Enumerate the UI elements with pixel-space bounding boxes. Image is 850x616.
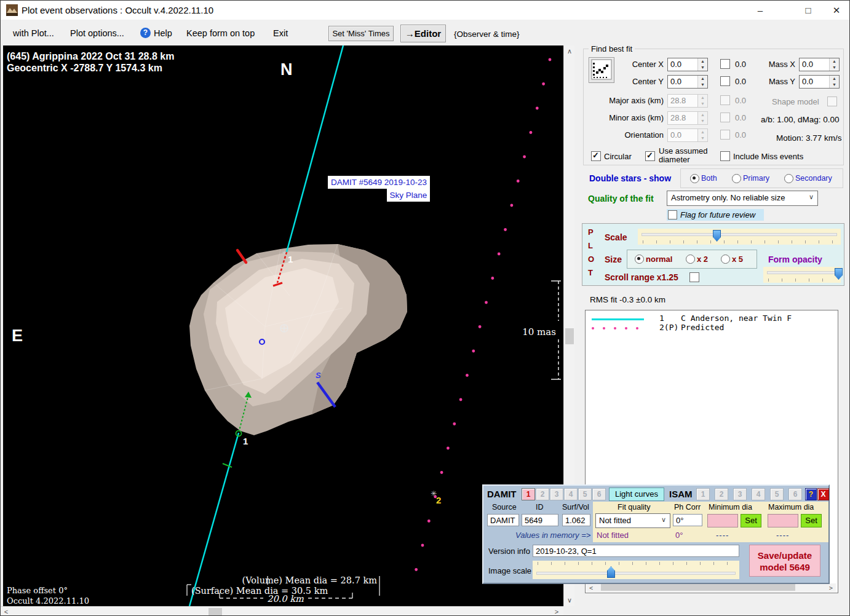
damit-model-3-button[interactable]: 3 <box>550 488 563 500</box>
chord1-entry-marker: * <box>282 249 287 261</box>
center-y-spinner[interactable]: 0.0 ▲▼ <box>667 75 708 89</box>
scroll-left-icon[interactable]: < <box>587 583 595 593</box>
menu-help[interactable]: Help <box>154 28 172 38</box>
double-stars-secondary-radio[interactable] <box>784 174 793 183</box>
asteroid-model <box>189 244 407 435</box>
isam-model-5-button[interactable]: 5 <box>770 488 784 500</box>
spin-down-icon[interactable]: ▼ <box>698 65 707 71</box>
max-dia-set-button[interactable]: Set <box>801 514 822 527</box>
spin-down-icon[interactable]: ▼ <box>830 65 839 71</box>
double-stars-primary-radio[interactable] <box>732 174 741 183</box>
max-dia-field[interactable] <box>768 514 798 527</box>
chord2-dot <box>491 277 494 280</box>
vscroll-thumb[interactable] <box>565 328 574 344</box>
ph-corr-value[interactable]: 0° <box>673 514 702 526</box>
scroll-right-icon[interactable]: > <box>827 583 835 593</box>
sky-plane-plot[interactable]: S * 1 1 ✳ 2 (645) Agrippina 2022 Oct 31 … <box>3 45 563 606</box>
menu-exit[interactable]: Exit <box>273 28 288 38</box>
size-radio-group: normal x 2 x 5 <box>627 250 757 269</box>
plot-hscrollbar[interactable]: < > <box>1 606 563 616</box>
list-hscrollbar[interactable]: < > <box>586 583 836 592</box>
menu-keep-on-top[interactable]: Keep form on top <box>186 28 255 38</box>
light-curves-button[interactable]: Light curves <box>609 488 664 501</box>
damit-help-button[interactable]: ? <box>805 488 817 500</box>
isam-model-1-button[interactable]: 1 <box>696 488 710 500</box>
chord2-dot <box>498 253 501 256</box>
fit-plot-icon-button[interactable] <box>589 57 614 83</box>
plot-letter: O <box>588 255 594 264</box>
damit-model-1-button[interactable]: 1 <box>522 488 535 500</box>
spin-up-icon: ▲ <box>698 112 707 118</box>
spin-up-icon[interactable]: ▲ <box>698 76 707 82</box>
isam-model-3-button[interactable]: 3 <box>733 488 747 500</box>
spin-up-icon[interactable]: ▲ <box>830 58 839 65</box>
center-y-fit-checkbox[interactable] <box>720 76 730 86</box>
ab-dmag-label: a/b: 1.00, dMag: 0.00 <box>761 115 840 124</box>
version-info-label: Version info <box>488 547 530 556</box>
minimize-button[interactable]: – <box>746 1 774 20</box>
circular-checkbox[interactable] <box>591 151 601 161</box>
min-dia-set-button[interactable]: Set <box>741 514 761 527</box>
save-update-model-button[interactable]: Save/update model 5649 <box>749 545 820 577</box>
damit-model-5-button[interactable]: 5 <box>578 488 592 500</box>
scroll-range-checkbox[interactable] <box>689 272 699 282</box>
scroll-left-icon[interactable]: < <box>2 607 10 616</box>
id-value[interactable]: 5649 <box>522 514 558 526</box>
minor-axis-label: Minor axis (km) <box>601 113 664 122</box>
center-x-spinner[interactable]: 0.0 ▲▼ <box>667 58 708 71</box>
version-info-input[interactable]: 2019-10-23, Q=1 <box>533 545 739 557</box>
shape-model-checkbox <box>827 97 837 106</box>
spin-up-icon[interactable]: ▲ <box>698 58 707 65</box>
spin-down-icon[interactable]: ▼ <box>830 82 839 88</box>
damit-model-2-button[interactable]: 2 <box>536 488 549 500</box>
chord2-dot <box>466 374 469 377</box>
menu-plot-options[interactable]: Plot options... <box>70 28 124 38</box>
size-normal-radio[interactable] <box>635 255 644 264</box>
isam-model-6-button[interactable]: 6 <box>788 488 802 500</box>
size-x2-radio[interactable] <box>686 255 695 264</box>
mass-x-spinner[interactable]: 0.0 ▲▼ <box>799 58 840 71</box>
svg-text:Sky Plane: Sky Plane <box>390 191 427 200</box>
include-miss-events-checkbox[interactable] <box>720 151 730 161</box>
center-x-fit-checkbox[interactable] <box>720 59 730 69</box>
min-dia-field[interactable] <box>707 514 738 527</box>
isam-model-4-button[interactable]: 4 <box>752 488 765 500</box>
menu-with-plot[interactable]: with Plot... <box>13 28 54 38</box>
spin-up-icon[interactable]: ▲ <box>830 76 839 82</box>
scroll-down-icon[interactable]: ∨ <box>564 596 575 605</box>
set-miss-times-button[interactable]: Set 'Miss' Times <box>328 26 394 41</box>
chord1-legend-line <box>592 318 644 320</box>
size-x5-radio[interactable] <box>721 255 730 264</box>
scale-slider[interactable] <box>638 229 841 245</box>
chord2-dot <box>459 398 463 401</box>
plot-letter: T <box>588 268 593 277</box>
slider-thumb[interactable] <box>607 566 615 578</box>
use-assumed-diameter-checkbox[interactable] <box>645 151 655 161</box>
help-icon[interactable]: ? <box>140 28 151 38</box>
damit-close-button[interactable]: X <box>817 488 829 500</box>
flag-review-checkbox[interactable] <box>668 210 677 219</box>
spin-down-icon[interactable]: ▼ <box>698 82 707 88</box>
values-in-memory-label: Values in memory => <box>515 531 590 540</box>
memory-max-dia: ---- <box>776 531 789 540</box>
form-opacity-slider[interactable] <box>763 267 841 283</box>
chord2-dot <box>453 422 456 425</box>
chord2-dot <box>447 447 450 450</box>
damit-model-4-button[interactable]: 4 <box>564 488 578 500</box>
fit-quality-select[interactable]: Not fitted ∨ <box>595 513 670 528</box>
mass-y-spinner[interactable]: 0.0 ▲▼ <box>799 75 840 89</box>
chord2-label: 2 <box>436 495 441 505</box>
hscroll-thumb[interactable] <box>209 608 222 615</box>
scroll-up-icon[interactable]: ∧ <box>564 47 575 56</box>
isam-model-2-button[interactable]: 2 <box>715 488 728 500</box>
list-hscroll-thumb[interactable] <box>601 584 795 591</box>
editor-button[interactable]: →Editor <box>400 25 446 42</box>
image-scale-slider[interactable] <box>533 561 739 579</box>
quality-of-fit-select[interactable]: Astrometry only. No reliable size ∨ <box>667 191 818 206</box>
maximize-button[interactable]: □ <box>794 1 822 20</box>
double-stars-both-radio[interactable] <box>690 174 699 183</box>
svg-text:DAMIT #5649 2019-10-23: DAMIT #5649 2019-10-23 <box>331 178 427 187</box>
damit-model-6-button[interactable]: 6 <box>592 488 606 500</box>
scroll-right-icon[interactable]: > <box>552 607 561 616</box>
close-button[interactable]: ✕ <box>822 1 850 20</box>
